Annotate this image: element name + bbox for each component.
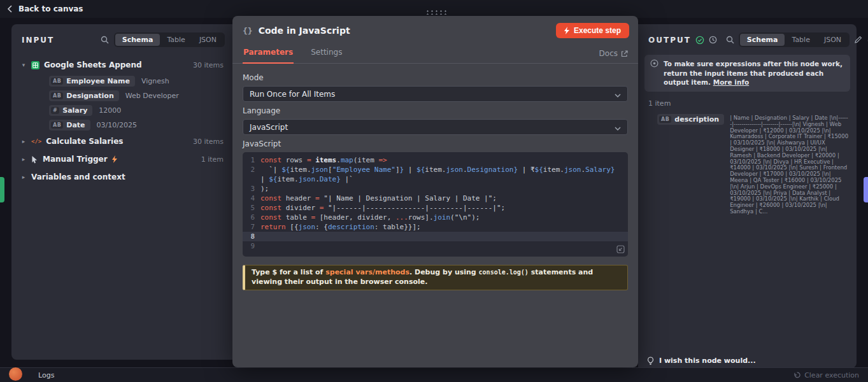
- console-log-code: console.log(): [479, 269, 529, 276]
- code-line-3[interactable]: 3);: [243, 184, 628, 194]
- code-line-9[interactable]: 9: [243, 241, 628, 251]
- docs-link[interactable]: Docs: [599, 49, 628, 63]
- clear-execution-button[interactable]: Clear execution: [793, 371, 859, 379]
- logs-bar: Logs Clear execution: [0, 367, 868, 382]
- line-number: 9: [243, 241, 260, 251]
- field-pill[interactable]: #Salary: [49, 105, 92, 116]
- node-title: Code in JavaScript: [259, 25, 350, 36]
- input-node-calculate-salaries[interactable]: ▸</>Calculate Salaries30 items: [11, 132, 232, 150]
- field-name: Designation: [66, 92, 113, 100]
- input-panel-header: INPUT SchemaTableJSON: [11, 24, 232, 53]
- editor-label: JavaScript: [243, 139, 628, 148]
- chevron-right-icon[interactable]: ▸: [20, 138, 27, 145]
- field-value: Vignesh: [141, 77, 169, 85]
- node-detail-view: Back to canvas INPUT SchemaTableJSON ▾Go…: [0, 0, 868, 382]
- tab-schema[interactable]: Schema: [740, 34, 785, 46]
- param-select-language[interactable]: JavaScript: [243, 119, 628, 135]
- more-info-link[interactable]: More info: [713, 78, 749, 86]
- top-bar: Back to canvas: [0, 0, 868, 18]
- output-panel-title: OUTPUT: [648, 36, 691, 45]
- code-line-1[interactable]: 1const rows = items.map(item =>: [243, 155, 628, 165]
- schema-field-employee-name: ABEmployee NameVignesh: [11, 74, 232, 88]
- field-pill[interactable]: ABDate: [49, 120, 90, 131]
- line-number: 1: [243, 155, 260, 165]
- notice-text: To make sure expressions after this node…: [664, 59, 844, 87]
- chevron-right-icon[interactable]: ▸: [20, 174, 27, 180]
- line-number: 6: [243, 213, 260, 222]
- lightning-bolt-icon: [564, 27, 570, 34]
- node-label: Calculate Salaries: [46, 137, 123, 146]
- input-node-manual-trigger[interactable]: ▸Manual Trigger1 item: [11, 150, 232, 168]
- tab-json[interactable]: JSON: [817, 34, 848, 46]
- back-to-canvas-link[interactable]: Back to canvas: [18, 4, 83, 13]
- chevron-right-icon[interactable]: ▸: [20, 156, 27, 162]
- input-panel-title: INPUT: [22, 36, 54, 45]
- back-arrow-icon[interactable]: [6, 5, 14, 13]
- input-node-variables-and-context[interactable]: ▸Variables and context: [11, 168, 232, 186]
- item-count: 30 items: [193, 138, 224, 146]
- output-view-tabs: SchemaTableJSON: [739, 32, 850, 47]
- special-vars-link[interactable]: special vars/methods: [325, 268, 409, 276]
- output-item-count: 1 item: [638, 92, 857, 111]
- param-select-mode[interactable]: Run Once for All Items: [243, 86, 628, 102]
- code-line-4[interactable]: 4const header = "| Name | Designation | …: [243, 194, 628, 203]
- docs-label: Docs: [599, 49, 618, 58]
- modal-header: {} Code in JavaScript Execute step: [232, 16, 638, 43]
- string-type-badge: AB: [51, 122, 63, 129]
- chevron-down-icon: [615, 121, 621, 133]
- code-line-7[interactable]: 7return [{json: {description: table}}];: [243, 222, 628, 232]
- output-field-name: description: [674, 115, 719, 124]
- schema-field-date: ABDate03/10/2025: [11, 118, 232, 132]
- editor-hint: Type $ for a list of special vars/method…: [243, 265, 628, 290]
- output-field-row: AB description | Name | Designation | Sa…: [638, 111, 857, 218]
- schema-field-designation: ABDesignationWeb Developer: [11, 88, 232, 103]
- run-history-icon[interactable]: [709, 36, 717, 44]
- tab-json[interactable]: JSON: [192, 34, 224, 46]
- trigger-node-icon: [31, 155, 38, 164]
- user-avatar[interactable]: [9, 367, 22, 381]
- lightning-bolt-icon: [112, 155, 118, 163]
- string-type-badge: AB: [51, 92, 63, 99]
- logs-toggle[interactable]: Logs: [38, 371, 54, 379]
- editor-expand-icon[interactable]: [616, 245, 625, 253]
- number-type-badge: #: [51, 107, 59, 114]
- node-label: Manual Trigger: [43, 155, 108, 164]
- code-line-5[interactable]: 5const divider = "|------|--------------…: [243, 203, 628, 213]
- output-panel-header: OUTPUT SchemaTableJSON: [638, 24, 857, 53]
- hint-text: . Debug by using: [409, 268, 479, 276]
- input-view-tabs: SchemaTableJSON: [114, 32, 225, 47]
- node-feedback-prompt[interactable]: I wish this node would...: [647, 357, 756, 365]
- code-line-8[interactable]: 8: [243, 232, 628, 241]
- tab-table[interactable]: Table: [160, 34, 192, 46]
- tab-parameters[interactable]: Parameters: [243, 45, 294, 64]
- field-pill[interactable]: ABEmployee Name: [49, 76, 135, 87]
- line-number: 5: [243, 203, 260, 213]
- code-editor[interactable]: 1const rows = items.map(item =>2 `| ${it…: [243, 152, 628, 257]
- tab-settings[interactable]: Settings: [310, 45, 343, 64]
- code-line-6[interactable]: 6const table = [header, divider, ...rows…: [243, 213, 628, 222]
- output-field-value: | Name | Designation | Salary | Date |\n…: [730, 114, 849, 215]
- field-pill[interactable]: ABDesignation: [49, 90, 119, 101]
- param-label-mode: Mode: [243, 73, 628, 82]
- refresh-icon: [793, 372, 800, 379]
- modal-drag-handle-icon[interactable]: [425, 10, 447, 15]
- input-schema-tree: ▾Google Sheets Append30 itemsABEmployee …: [11, 53, 232, 186]
- chevron-down-icon[interactable]: ▾: [20, 62, 27, 68]
- edit-output-icon[interactable]: [854, 36, 862, 44]
- param-label-language: Language: [243, 106, 628, 115]
- item-count: 30 items: [193, 61, 224, 69]
- wish-label: I wish this node would...: [659, 357, 756, 365]
- output-edge-handle[interactable]: [864, 177, 868, 202]
- input-node-google-sheets-append[interactable]: ▾Google Sheets Append30 items: [11, 56, 232, 74]
- execute-step-button[interactable]: Execute step: [556, 23, 629, 38]
- search-icon[interactable]: [101, 36, 109, 44]
- code-line-2[interactable]: 2 `| ${item.json["Employee Name"]} | ${i…: [243, 165, 628, 184]
- field-name: Employee Name: [66, 77, 130, 85]
- tab-table[interactable]: Table: [785, 34, 816, 46]
- line-number: 8: [243, 232, 260, 241]
- search-icon[interactable]: [726, 36, 734, 44]
- input-edge-handle[interactable]: [0, 177, 4, 202]
- schema-field-salary: #Salary12000: [11, 103, 232, 118]
- output-field-pill[interactable]: AB description: [657, 114, 724, 125]
- tab-schema[interactable]: Schema: [115, 34, 160, 46]
